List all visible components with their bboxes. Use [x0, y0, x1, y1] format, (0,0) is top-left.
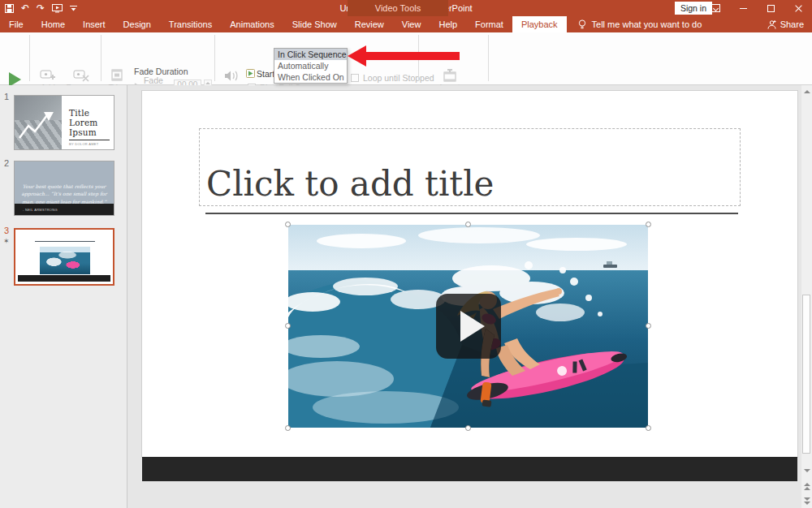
slide-1-photo [15, 96, 62, 149]
loop-until-stopped-label: Loop until Stopped [363, 73, 434, 83]
slide-2-attribution: - NEIL ARMSTRONG [23, 208, 58, 212]
add-bookmark-icon [40, 70, 56, 82]
title-bar: ↶ ↷ Urban monochrome - PowerPoint Video … [0, 0, 812, 16]
title-placeholder[interactable]: Click to add title [199, 128, 741, 206]
dropdown-item-automatically[interactable]: Automatically [274, 60, 347, 71]
selection-handle-top-left[interactable] [285, 222, 291, 227]
slide-2-number: 2 [4, 158, 9, 168]
remove-bookmark-icon [73, 70, 89, 82]
slide-footer-band [142, 457, 797, 481]
tab-file[interactable]: File [0, 16, 32, 32]
start-icon [246, 69, 255, 78]
save-icon[interactable] [5, 4, 14, 13]
dropdown-item-in-click-sequence[interactable]: In Click Sequence [274, 49, 347, 60]
ribbon-tabs: File Home Insert Design Transitions Anim… [0, 16, 812, 32]
tab-transitions[interactable]: Transitions [160, 16, 221, 32]
tab-slide-show[interactable]: Slide Show [283, 16, 346, 32]
redo-icon[interactable]: ↷ [37, 4, 45, 13]
selection-handle-middle-left[interactable] [285, 323, 291, 329]
annotation-arrow-left [348, 44, 460, 68]
powerpoint-window: ↶ ↷ Urban monochrome - PowerPoint Video … [0, 0, 812, 508]
slide-2-thumbnail[interactable]: Your best quote that reflects your appro… [14, 161, 114, 216]
slide-3-title-rule [35, 241, 95, 242]
selection-handle-bottom-right[interactable] [646, 425, 651, 431]
scrollbar-thumb[interactable] [802, 295, 810, 454]
chart-arrow-graphic [15, 96, 62, 149]
arrow-up-icon [804, 90, 810, 93]
quick-access-toolbar: ↶ ↷ [5, 2, 77, 15]
tab-animations[interactable]: Animations [221, 16, 283, 32]
tab-view[interactable]: View [393, 16, 430, 32]
video-play-overlay-button[interactable] [436, 294, 501, 359]
customize-qat-icon[interactable] [70, 6, 77, 11]
slide-2-footer-bar: - NEIL ARMSTRONG [15, 204, 114, 215]
loop-until-stopped-checkbox[interactable] [351, 74, 359, 82]
slide-3-video-preview [40, 247, 90, 274]
video-object[interactable] [288, 225, 648, 428]
selection-handle-bottom-center[interactable] [465, 425, 471, 431]
insert-captions-icon [441, 69, 459, 82]
current-slide-canvas[interactable]: Click to add title [142, 91, 797, 457]
animation-star-icon: ✶ [3, 237, 10, 245]
loop-until-stopped-checkbox-row[interactable]: Loop until Stopped [351, 73, 434, 83]
slide-3-thumbnail[interactable] [14, 228, 114, 286]
tell-me-box[interactable]: Tell me what you want to do [570, 16, 710, 32]
share-label: Share [780, 19, 804, 29]
tab-review[interactable]: Review [346, 16, 393, 32]
slide-3-footer-bar [18, 275, 110, 282]
ribbon-display-options-button[interactable] [702, 0, 729, 16]
tab-help[interactable]: Help [430, 16, 466, 32]
tell-me-label: Tell me what you want to do [592, 19, 702, 29]
selection-handle-middle-right[interactable] [646, 323, 651, 329]
double-chevron-up-icon [804, 483, 810, 490]
maximize-button[interactable] [757, 0, 784, 16]
vertical-scrollbar[interactable] [801, 85, 812, 508]
start-from-beginning-icon[interactable] [52, 4, 63, 13]
minimize-icon [740, 8, 747, 9]
tab-format[interactable]: Format [466, 16, 512, 32]
previous-slide-button[interactable] [801, 481, 812, 492]
slide-editing-area: Click to add title [128, 85, 812, 508]
slide-thumbnail-panel: 1 Title LoremIpsum BY DOLOR AMET 2 Your … [0, 85, 127, 508]
start-dropdown-menu: In Click Sequence Automatically When Cli… [274, 48, 348, 84]
tab-playback[interactable]: Playback [512, 16, 567, 32]
volume-icon [224, 69, 240, 83]
arrow-down-icon [804, 469, 810, 472]
tab-home[interactable]: Home [32, 16, 74, 32]
ribbon-display-options-icon [710, 4, 720, 12]
undo-icon[interactable]: ↶ [21, 4, 29, 13]
close-button[interactable] [784, 0, 812, 16]
maximize-icon [767, 5, 775, 12]
double-chevron-down-icon [804, 497, 810, 505]
slide-1-thumbnail[interactable]: Title LoremIpsum BY DOLOR AMET [14, 95, 114, 150]
scroll-down-button[interactable] [801, 465, 812, 476]
title-placeholder-text: Click to add title [206, 164, 494, 204]
slide-3-number: 3 [4, 226, 9, 235]
minimize-button[interactable] [729, 0, 757, 16]
selection-handle-bottom-left[interactable] [285, 425, 291, 431]
tab-design[interactable]: Design [114, 16, 160, 32]
slide-2-quote: Your best quote that reflects your appro… [21, 183, 107, 205]
person-icon [767, 20, 776, 29]
slide-1-title: Title LoremIpsum [69, 108, 110, 137]
trim-video-icon [110, 69, 124, 82]
share-button[interactable]: Share [767, 16, 804, 32]
tab-insert[interactable]: Insert [74, 16, 114, 32]
selection-handle-top-right[interactable] [646, 222, 651, 227]
scroll-up-button[interactable] [801, 86, 812, 97]
lightbulb-icon [578, 19, 586, 30]
dropdown-item-when-clicked-on[interactable]: When Clicked On [274, 71, 347, 83]
selection-handle-top-center[interactable] [465, 222, 471, 227]
slide-1-number: 1 [4, 92, 9, 101]
close-icon [794, 4, 803, 13]
next-slide-button[interactable] [801, 496, 812, 506]
slide-title-rule [205, 213, 738, 214]
contextual-tab-group-video-tools: Video Tools [348, 0, 448, 16]
slide-1-subtitle: BY DOLOR AMET [69, 142, 110, 146]
